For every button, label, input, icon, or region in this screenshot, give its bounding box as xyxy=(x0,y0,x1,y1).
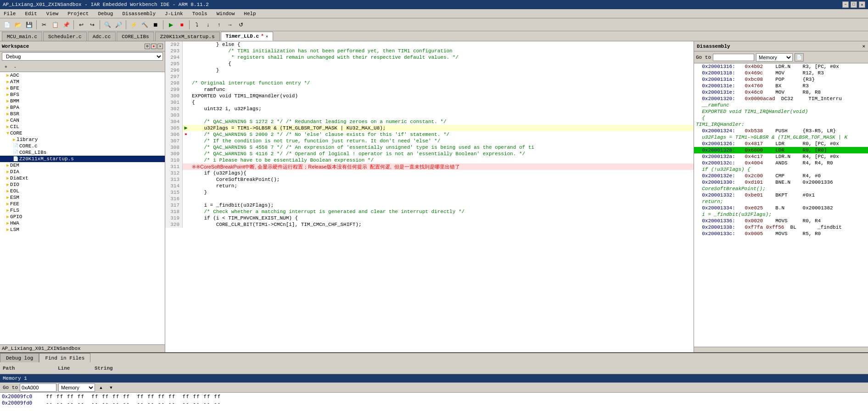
menu-file[interactable]: File xyxy=(2,11,17,17)
tree-item-core-c[interactable]: 📄CORE.c xyxy=(0,143,165,149)
code-line-309: 309 /* QAC_WARNING S 4116 2 */ /* Operan… xyxy=(165,151,694,157)
workspace-panel: Workspace ⚙ ● ✕ Debug + - ▶ADC ▶ATM xyxy=(0,41,165,352)
tree-item-core[interactable]: ▼CORE xyxy=(0,130,165,136)
debug-stop-button[interactable]: ■ xyxy=(177,20,187,30)
disasm-line: 0x20001330: 0xd101 BNE.N 0x20001336 xyxy=(694,179,868,186)
search-replace-button[interactable]: 🔎 xyxy=(113,20,123,30)
search-button[interactable]: 🔍 xyxy=(102,20,112,30)
menu-tools[interactable]: Tools xyxy=(190,11,209,17)
new-file-button[interactable]: 📄 xyxy=(2,20,12,30)
tree-item-core-libs[interactable]: 📄CORE_LIBs xyxy=(0,149,165,156)
tree-item-bfe[interactable]: ▶BFE xyxy=(0,85,165,91)
tree-item-startup[interactable]: 📄Z20K11xM_startup.s xyxy=(0,156,165,162)
disasm-header: Disassembly ✕ xyxy=(694,41,868,51)
menu-project[interactable]: Project xyxy=(66,11,90,17)
disasm-go-button[interactable]: 📄 xyxy=(795,53,804,62)
code-line-303: 303 xyxy=(165,112,694,118)
reset-button[interactable]: ↺ xyxy=(236,20,246,30)
menu-view[interactable]: View xyxy=(45,11,60,17)
tree-item-hwa[interactable]: ▶HWA xyxy=(0,220,165,226)
code-view[interactable]: 292 } else { 293 /* TIM1 initialization … xyxy=(165,41,694,352)
undo-button[interactable]: ↩ xyxy=(76,20,86,30)
separator6 xyxy=(189,20,190,29)
tree-item-gpio[interactable]: ▶GPIO xyxy=(0,214,165,220)
tree-item-adc[interactable]: ▶ADC xyxy=(0,72,165,79)
paste-button[interactable]: 📌 xyxy=(61,20,71,30)
memory1-prev-button[interactable]: ▲ xyxy=(97,383,105,392)
tab-core-libs[interactable]: CORE_LIBs xyxy=(117,32,154,41)
debug-start-button[interactable]: ▶ xyxy=(166,20,176,30)
memory1-memory-select[interactable]: Memory xyxy=(58,383,95,392)
tab-adc[interactable]: Adc.cc xyxy=(88,32,116,41)
disasm-scrollbar-x[interactable] xyxy=(694,347,868,352)
code-line-298: 298 /* Original interrupt function entry… xyxy=(165,80,694,86)
tree-item-fee[interactable]: ▶FEE xyxy=(0,201,165,207)
memory1-next-button[interactable]: ▼ xyxy=(107,383,115,392)
tree-item-bfs[interactable]: ▶BFS xyxy=(0,91,165,98)
tab-label: Scheduler.c xyxy=(48,34,82,39)
tree-item-dio[interactable]: ▶DIO xyxy=(0,181,165,188)
workspace-close-button[interactable]: ✕ xyxy=(157,44,163,49)
disasm-goto-input[interactable] xyxy=(713,54,754,61)
find-col-line: Line xyxy=(58,366,95,371)
tree-item-can[interactable]: ▶CAN xyxy=(0,117,165,124)
tree-item-bsr[interactable]: ▶BSR xyxy=(0,111,165,117)
find-tab-debug-log[interactable]: Debug log xyxy=(0,353,39,362)
ws-add-button[interactable]: + xyxy=(2,62,10,71)
tree-item-atm[interactable]: ▶ATM xyxy=(0,79,165,85)
tab-close-button[interactable]: ✕ xyxy=(266,34,268,39)
tab-scheduler[interactable]: Scheduler.c xyxy=(43,32,87,41)
tab-startup[interactable]: Z20K11xM_startup.s xyxy=(155,32,220,41)
menu-debug[interactable]: Debug xyxy=(96,11,115,17)
stop-build-button[interactable]: ⏹ xyxy=(151,20,161,30)
workspace-settings-button[interactable]: ⚙ xyxy=(145,44,150,49)
tab-mcu-main[interactable]: MCU_main.c xyxy=(2,32,42,41)
menu-jlink[interactable]: J-Link xyxy=(163,11,185,17)
workspace-record-button[interactable]: ● xyxy=(151,44,157,49)
tree-item-dem[interactable]: ▶DEM xyxy=(0,162,165,169)
ws-remove-button[interactable]: - xyxy=(11,62,19,71)
memory1-goto-input[interactable] xyxy=(20,383,56,392)
open-file-button[interactable]: 📂 xyxy=(13,20,23,30)
disasm-memory-select[interactable]: Memory xyxy=(756,53,793,62)
close-button[interactable]: ✕ xyxy=(859,1,865,8)
compile-button[interactable]: ⚡ xyxy=(129,20,139,30)
tree-item-diaext[interactable]: ▶DiaExt xyxy=(0,175,165,181)
tree-item-library[interactable]: ▶library xyxy=(0,136,165,143)
run-to-cursor-button[interactable]: → xyxy=(225,20,235,30)
code-line-315: 315 } xyxy=(165,189,694,196)
memory1-title: Memory 1 xyxy=(3,376,27,381)
menu-window[interactable]: Window xyxy=(215,11,237,17)
maximize-button[interactable]: □ xyxy=(851,1,857,8)
redo-button[interactable]: ↪ xyxy=(87,20,97,30)
code-line-319: 319 if (i < TIM_PHVCHN_EXIST_NUM) { xyxy=(165,215,694,221)
tab-timer-lld[interactable]: Timer_LLD.c * ✕ xyxy=(221,32,274,41)
tree-item-cil[interactable]: ▶CIL xyxy=(0,124,165,130)
build-button[interactable]: 🔨 xyxy=(140,20,150,30)
tree-item-bpa[interactable]: ▶BPA xyxy=(0,104,165,111)
workspace-dropdown[interactable]: Debug xyxy=(2,52,163,61)
code-line-299: 299 ramfunc xyxy=(165,86,694,93)
minimize-button[interactable]: − xyxy=(842,1,849,8)
menu-edit[interactable]: Edit xyxy=(23,11,39,17)
copy-button[interactable]: 📋 xyxy=(50,20,60,30)
step-out-button[interactable]: ↑ xyxy=(214,20,224,30)
find-tab-find-files[interactable]: Find in Files xyxy=(39,353,90,362)
save-button[interactable]: 💾 xyxy=(24,20,34,30)
cut-button[interactable]: ✂ xyxy=(39,20,49,30)
tree-item-dia[interactable]: ▶DIA xyxy=(0,169,165,175)
tree-item-bmm[interactable]: ▶BMM xyxy=(0,98,165,104)
disasm-close-button[interactable]: ✕ xyxy=(862,43,865,49)
step-into-button[interactable]: ↓ xyxy=(203,20,213,30)
tree-item-fls[interactable]: ▶FLS xyxy=(0,207,165,214)
code-line-308: 308 /* QAC_WARNING S 4558 7 */ /* An exp… xyxy=(165,144,694,151)
disasm-content[interactable]: 0x20001316: 0x4b02 LDR.N R3, [PC, #0x 0x… xyxy=(694,63,868,347)
menu-help[interactable]: Help xyxy=(242,11,258,17)
tree-item-eol[interactable]: ▶EOL xyxy=(0,188,165,194)
menu-disassembly[interactable]: Disassembly xyxy=(120,11,157,17)
tree-item-lsm[interactable]: ▶LSM xyxy=(0,226,165,233)
find-col-path: Path xyxy=(3,366,58,371)
step-over-button[interactable]: ⤵ xyxy=(192,20,202,30)
tree-item-esm[interactable]: ▶ESM xyxy=(0,194,165,201)
tab-label: CORE_LIBs xyxy=(122,34,149,39)
